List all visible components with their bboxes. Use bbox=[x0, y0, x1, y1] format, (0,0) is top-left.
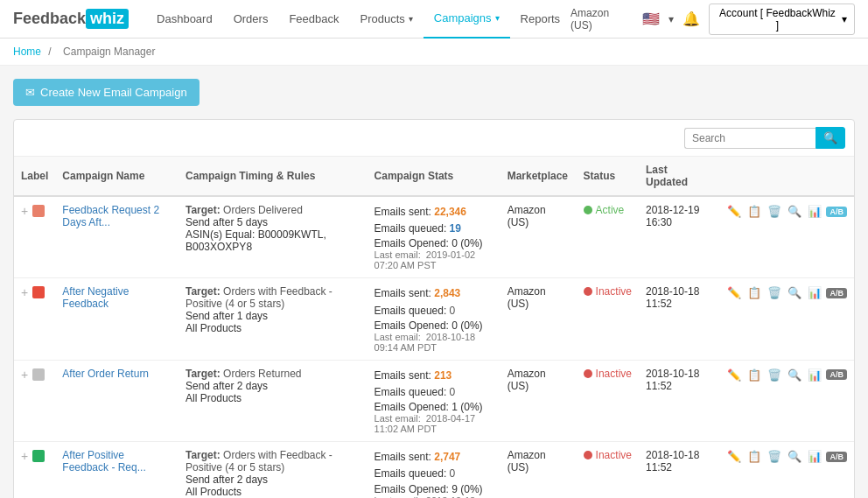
label-cell-0: + bbox=[14, 196, 55, 278]
add-icon[interactable]: + bbox=[21, 368, 28, 382]
chevron-down-icon: ▾ bbox=[495, 13, 500, 23]
search-icon[interactable]: 🔍 bbox=[786, 285, 803, 300]
delete-icon[interactable]: 🗑️ bbox=[766, 285, 783, 300]
stats-cell-2: Emails sent: 213 Emails queued: 0 Emails… bbox=[368, 360, 500, 441]
nav-products[interactable]: Products▾ bbox=[349, 0, 423, 39]
status-dot-red bbox=[584, 287, 592, 296]
stats-cell-1: Emails sent: 2,843 Emails queued: 0 Emai… bbox=[368, 278, 500, 360]
chart-icon[interactable]: 📊 bbox=[806, 204, 823, 219]
last-updated-cell-1: 2018-10-18 11:52 bbox=[639, 278, 719, 360]
amazon-region-label: Amazon (US) bbox=[570, 7, 634, 32]
nav-campaigns[interactable]: Campaigns▾ bbox=[424, 0, 510, 39]
ab-badge[interactable]: A/B bbox=[826, 369, 847, 380]
chart-icon[interactable]: 📊 bbox=[806, 449, 823, 464]
stats-cell-3: Emails sent: 2,747 Emails queued: 0 Emai… bbox=[368, 442, 500, 498]
campaign-name-cell-1: After Negative Feedback bbox=[55, 278, 178, 360]
status-dot-green bbox=[584, 206, 592, 214]
breadcrumb-separator: / bbox=[48, 46, 51, 58]
bell-icon[interactable]: 🔔 bbox=[682, 11, 700, 27]
search-button[interactable]: 🔍 bbox=[816, 127, 845, 149]
create-btn-label: Create New Email Campaign bbox=[40, 86, 187, 99]
color-dot bbox=[32, 286, 45, 298]
edit-icon[interactable]: ✏️ bbox=[725, 368, 743, 382]
delete-icon[interactable]: 🗑️ bbox=[766, 368, 783, 382]
nav-orders[interactable]: Orders bbox=[223, 0, 279, 39]
breadcrumb-home[interactable]: Home bbox=[13, 46, 41, 58]
account-button[interactable]: Account [ FeedbackWhiz ] ▾ bbox=[709, 4, 855, 35]
col-status: Status bbox=[577, 157, 639, 196]
label-cell-1: + bbox=[14, 278, 55, 360]
nav-dashboard[interactable]: Dashboard bbox=[146, 0, 223, 39]
timing-cell-0: Target: Orders Delivered Send after 5 da… bbox=[178, 196, 368, 278]
copy-icon[interactable]: 📋 bbox=[746, 449, 763, 464]
color-dot bbox=[32, 450, 45, 462]
navbar: Feedback whiz Dashboard Orders Feedback … bbox=[0, 0, 868, 39]
label-cell-2: + bbox=[14, 360, 55, 441]
status-dot-red bbox=[584, 369, 592, 378]
add-icon[interactable]: + bbox=[21, 204, 28, 218]
col-timing: Campaign Timing & Rules bbox=[178, 157, 368, 196]
table-row: + After Positive Feedback - Req... Targe… bbox=[14, 442, 854, 498]
status-cell-0: Active bbox=[577, 196, 639, 278]
chart-icon[interactable]: 📊 bbox=[806, 285, 823, 300]
search-input[interactable] bbox=[684, 128, 816, 149]
table-row: + After Negative Feedback Target: Orders… bbox=[14, 278, 854, 360]
chart-icon[interactable]: 📊 bbox=[806, 368, 823, 382]
campaign-name-link[interactable]: After Negative Feedback bbox=[62, 285, 129, 310]
ab-badge[interactable]: A/B bbox=[826, 452, 847, 462]
table-header-bar: 🔍 bbox=[14, 120, 854, 157]
campaigns-table: Label Campaign Name Campaign Timing & Ru… bbox=[14, 157, 854, 498]
campaign-name-cell-3: After Positive Feedback - Req... bbox=[55, 442, 178, 498]
table-row: + After Order Return Target: Orders Retu… bbox=[14, 360, 854, 441]
campaign-name-link[interactable]: Feedback Request 2 Days Aft... bbox=[62, 204, 159, 228]
campaign-name-link[interactable]: After Order Return bbox=[62, 368, 149, 380]
actions-cell-1: ✏️ 📋 🗑️ 🔍 📊 A/B bbox=[718, 278, 854, 360]
marketplace-cell-2: Amazon (US) bbox=[500, 360, 577, 441]
edit-icon[interactable]: ✏️ bbox=[725, 449, 743, 464]
actions-cell-0: ✏️ 📋 🗑️ 🔍 📊 A/B bbox=[718, 196, 854, 278]
nav-reports[interactable]: Reports bbox=[510, 0, 571, 39]
printer-icon: ✉ bbox=[25, 86, 35, 99]
brand-logo[interactable]: Feedback whiz bbox=[13, 9, 129, 29]
campaign-name-link[interactable]: After Positive Feedback - Req... bbox=[62, 449, 145, 473]
create-campaign-button[interactable]: ✉ Create New Email Campaign bbox=[13, 79, 200, 106]
marketplace-cell-3: Amazon (US) bbox=[500, 442, 577, 498]
timing-cell-3: Target: Orders with Feedback - Positive … bbox=[178, 442, 368, 498]
marketplace-cell-1: Amazon (US) bbox=[500, 278, 577, 360]
col-stats: Campaign Stats bbox=[368, 157, 500, 196]
search-box: 🔍 bbox=[684, 127, 845, 149]
edit-icon[interactable]: ✏️ bbox=[725, 204, 743, 219]
actions-cell-3: ✏️ 📋 🗑️ 🔍 📊 A/B bbox=[718, 442, 854, 498]
add-icon[interactable]: + bbox=[21, 285, 28, 299]
marketplace-cell-0: Amazon (US) bbox=[500, 196, 577, 278]
delete-icon[interactable]: 🗑️ bbox=[766, 449, 783, 464]
search-icon[interactable]: 🔍 bbox=[786, 368, 803, 382]
search-icon[interactable]: 🔍 bbox=[786, 204, 803, 219]
flag-icon: 🇺🇸 bbox=[642, 11, 660, 27]
campaign-name-cell-2: After Order Return bbox=[55, 360, 178, 441]
campaigns-table-wrapper: 🔍 Label Campaign Name Campaign Timing & … bbox=[13, 119, 855, 498]
color-dot bbox=[32, 368, 45, 381]
account-label: Account [ FeedbackWhiz ] bbox=[717, 7, 838, 32]
col-actions bbox=[718, 157, 854, 196]
col-campaign-name: Campaign Name bbox=[55, 157, 178, 196]
search-icon[interactable]: 🔍 bbox=[786, 449, 803, 464]
edit-icon[interactable]: ✏️ bbox=[725, 285, 743, 300]
color-dot bbox=[32, 205, 45, 217]
delete-icon[interactable]: 🗑️ bbox=[766, 204, 783, 219]
nav-feedback[interactable]: Feedback bbox=[278, 0, 349, 39]
nav-links: Dashboard Orders Feedback Products▾ Camp… bbox=[146, 0, 570, 39]
copy-icon[interactable]: 📋 bbox=[746, 204, 763, 219]
brand-feedback-text: Feedback bbox=[13, 10, 86, 28]
main-content: ✉ Create New Email Campaign 🔍 Label Camp… bbox=[0, 66, 868, 498]
ab-badge[interactable]: A/B bbox=[826, 288, 847, 298]
status-cell-3: Inactive bbox=[577, 442, 639, 498]
copy-icon[interactable]: 📋 bbox=[746, 285, 763, 300]
add-icon[interactable]: + bbox=[21, 449, 28, 463]
breadcrumb: Home / Campaign Manager bbox=[0, 39, 868, 66]
copy-icon[interactable]: 📋 bbox=[746, 368, 763, 382]
actions-cell-2: ✏️ 📋 🗑️ 🔍 📊 A/B bbox=[718, 360, 854, 441]
stats-cell-0: Emails sent: 22,346 Emails queued: 19 Em… bbox=[368, 196, 500, 278]
ab-badge[interactable]: A/B bbox=[826, 207, 847, 217]
status-cell-1: Inactive bbox=[577, 278, 639, 360]
